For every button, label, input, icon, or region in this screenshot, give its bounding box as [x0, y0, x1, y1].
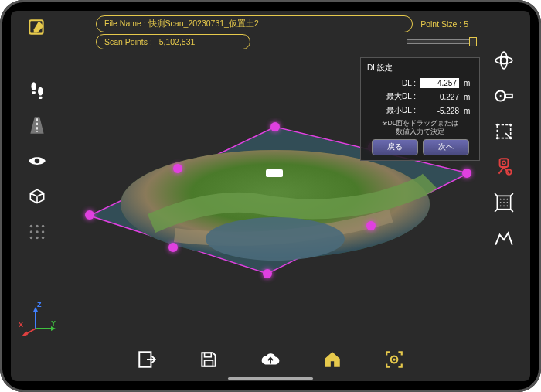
- footsteps-icon[interactable]: [26, 79, 48, 101]
- export-icon[interactable]: [136, 349, 158, 370]
- panel-note: ※DL面をドラッグまたは数値入力で決定: [367, 119, 473, 136]
- svg-point-12: [42, 230, 44, 233]
- points-value: 5,102,531: [159, 37, 196, 46]
- eye-icon[interactable]: [26, 150, 48, 172]
- survey-device-icon[interactable]: [493, 156, 515, 178]
- plane-handle[interactable]: [366, 221, 376, 230]
- crop-grid-icon[interactable]: [493, 192, 515, 213]
- svg-point-7: [30, 225, 32, 227]
- svg-point-39: [506, 199, 508, 200]
- plane-handle[interactable]: [173, 164, 182, 173]
- svg-point-41: [503, 202, 505, 203]
- svg-rect-55: [266, 169, 283, 177]
- svg-point-50: [393, 358, 395, 360]
- max-dl-value: 0.227: [420, 93, 459, 101]
- measure-icon[interactable]: [493, 85, 515, 107]
- dots-grid-icon[interactable]: [26, 221, 48, 243]
- slider-thumb[interactable]: [469, 37, 477, 46]
- svg-point-9: [42, 225, 44, 227]
- point-size-label: Point Size : 5: [420, 19, 468, 29]
- plane-handle[interactable]: [85, 210, 94, 220]
- svg-point-31: [496, 137, 498, 139]
- axis-x: X: [19, 321, 23, 329]
- scan-points-pill: Scan Points : 5,102,531: [96, 34, 250, 49]
- svg-point-34: [502, 161, 505, 164]
- svg-point-24: [501, 52, 508, 69]
- svg-point-13: [30, 237, 32, 239]
- road-icon[interactable]: [26, 114, 48, 136]
- svg-point-37: [500, 199, 502, 200]
- min-dl-value: -5.228: [420, 107, 459, 115]
- cube-icon[interactable]: [26, 186, 48, 207]
- selection-icon[interactable]: [493, 121, 515, 142]
- svg-point-15: [42, 237, 44, 239]
- plane-handle[interactable]: [263, 269, 272, 278]
- svg-point-6: [35, 159, 40, 164]
- svg-point-42: [506, 202, 508, 203]
- svg-point-43: [500, 205, 502, 206]
- svg-point-2: [38, 87, 43, 96]
- file-name-pill: File Name : 快測Scan_20230731_仮置土2: [96, 15, 413, 32]
- axis-z: Z: [37, 301, 42, 308]
- svg-point-23: [495, 57, 512, 64]
- orbit-icon[interactable]: [493, 49, 515, 71]
- axis-y: Y: [51, 319, 56, 327]
- svg-point-29: [496, 124, 498, 126]
- svg-point-30: [509, 124, 512, 126]
- profile-icon[interactable]: [493, 227, 515, 249]
- home-icon[interactable]: [322, 349, 343, 370]
- svg-point-35: [506, 169, 512, 175]
- next-button[interactable]: 次へ: [423, 139, 469, 155]
- svg-point-11: [36, 230, 38, 233]
- back-button[interactable]: 戻る: [372, 139, 418, 155]
- dl-input[interactable]: [420, 78, 459, 88]
- plane-handle[interactable]: [168, 243, 178, 252]
- dl-label: DL :: [382, 79, 416, 87]
- svg-point-8: [36, 225, 38, 227]
- point-size-slider[interactable]: [407, 39, 476, 44]
- svg-point-40: [500, 202, 502, 203]
- plane-handle[interactable]: [270, 122, 280, 131]
- svg-rect-3: [32, 91, 36, 94]
- svg-point-54: [206, 217, 345, 261]
- focus-scan-icon[interactable]: [383, 349, 405, 370]
- unit-m: m: [464, 79, 473, 87]
- file-name: 快測Scan_20230731_仮置土2: [148, 19, 259, 28]
- edit-button[interactable]: [26, 17, 48, 39]
- plane-handle[interactable]: [462, 169, 471, 178]
- save-icon[interactable]: [198, 349, 219, 370]
- svg-point-1: [31, 82, 36, 90]
- home-indicator[interactable]: [228, 377, 313, 380]
- upload-cloud-icon[interactable]: [260, 349, 281, 370]
- svg-point-38: [503, 199, 505, 200]
- min-dl-label: 最小DL :: [382, 105, 416, 116]
- panel-title: DL設定: [367, 63, 473, 73]
- axis-gizmo: Z Y X: [20, 302, 56, 338]
- points-label: Scan Points :: [104, 37, 155, 46]
- file-label: File Name :: [104, 19, 148, 28]
- svg-point-45: [506, 205, 508, 206]
- svg-point-10: [30, 230, 32, 233]
- svg-point-14: [36, 237, 38, 239]
- svg-rect-48: [205, 360, 213, 366]
- max-dl-label: 最大DL :: [382, 91, 416, 102]
- svg-point-27: [500, 95, 502, 97]
- svg-point-44: [503, 205, 505, 206]
- svg-marker-21: [22, 331, 28, 336]
- dl-settings-panel: DL設定 DL : m 最大DL : 0.227 m 最小DL : -5.228…: [360, 57, 480, 161]
- svg-rect-4: [39, 97, 42, 99]
- svg-point-22: [501, 57, 508, 64]
